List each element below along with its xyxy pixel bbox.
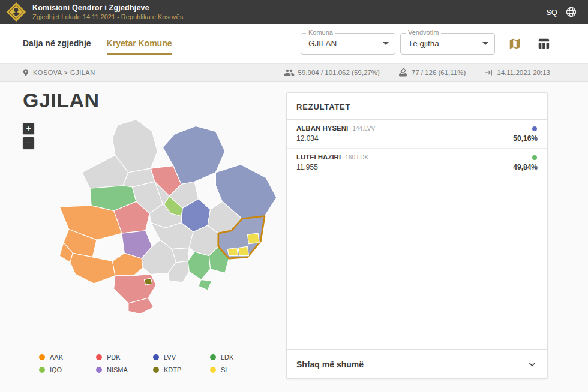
map-region-r33[interactable] bbox=[247, 233, 259, 244]
results-empty-space bbox=[287, 177, 547, 349]
dropdown-caret-icon bbox=[482, 42, 488, 45]
updated-stat: 14.11.2021 20:13 bbox=[484, 68, 550, 77]
candidate-result: 49,84% bbox=[513, 153, 538, 171]
app-header: Komisioni Qendror i Zgjedhjeve Zgjedhjet… bbox=[0, 0, 588, 24]
results-title: REZULTATET bbox=[287, 93, 547, 120]
page-title: GJILAN bbox=[23, 89, 286, 112]
zoom-controls: + − bbox=[23, 123, 34, 149]
tabs: Dalja në zgjedhje Kryetar Komune bbox=[23, 32, 172, 55]
candidate-color-dot bbox=[532, 155, 537, 160]
legend-label: KDTP bbox=[164, 366, 181, 373]
legend-item-ldk: LDK bbox=[210, 354, 267, 361]
map-column: GJILAN + − AAKPDKLVVLDKIQONISMAKDTPSL bbox=[23, 88, 286, 373]
legend-label: AAK bbox=[50, 354, 63, 361]
candidate-percent: 49,84% bbox=[513, 163, 538, 171]
kosovo-map[interactable] bbox=[52, 117, 310, 315]
turnout-stat: 59.904 / 101.062 (59,27%) bbox=[284, 67, 380, 78]
header-right: SQ bbox=[546, 6, 577, 18]
info-bar: KOSOVA > GJILAN 59.904 / 101.062 (59,27%… bbox=[0, 64, 588, 82]
map-region-r34[interactable] bbox=[238, 246, 249, 255]
location-pin-icon bbox=[22, 68, 30, 77]
legend-item-kdtp: KDTP bbox=[153, 366, 210, 373]
show-more-button[interactable]: Shfaq më shumë bbox=[287, 349, 547, 378]
voters-icon bbox=[284, 67, 295, 78]
komuna-select-value: GJILAN bbox=[308, 39, 337, 48]
last-update-icon bbox=[484, 68, 493, 77]
legend-dot-sl bbox=[210, 367, 216, 373]
map-legend: AAKPDKLVVLDKIQONISMAKDTPSL bbox=[39, 354, 286, 373]
app-title: Komisioni Qendror i Zgjedhjeve bbox=[32, 3, 183, 13]
language-label[interactable]: SQ bbox=[546, 8, 557, 17]
vendvotim-select-label: Vendvotim bbox=[406, 29, 441, 36]
candidate-result: 50,16% bbox=[513, 125, 538, 143]
legend-item-sl: SL bbox=[210, 366, 267, 373]
header-titles: Komisioni Qendror i Zgjedhjeve Zgjedhjet… bbox=[32, 3, 183, 22]
info-stats: 59.904 / 101.062 (59,27%) 77 / 126 (61,1… bbox=[284, 67, 550, 78]
legend-dot-aak bbox=[39, 354, 45, 360]
candidate-party: 144.LVV bbox=[352, 125, 375, 132]
globe-icon[interactable] bbox=[565, 6, 577, 18]
map-region-r35[interactable] bbox=[227, 248, 238, 255]
map-area: + − bbox=[23, 117, 286, 315]
table-view-icon[interactable] bbox=[537, 37, 550, 50]
legend-item-nisma: NISMA bbox=[96, 366, 153, 373]
legend-label: PDK bbox=[107, 354, 121, 361]
legend-dot-nisma bbox=[96, 367, 102, 373]
dropdown-caret-icon bbox=[383, 42, 389, 45]
zoom-in-button[interactable]: + bbox=[23, 123, 34, 134]
legend-dot-iqo bbox=[39, 367, 45, 373]
breadcrumb: KOSOVA > GJILAN bbox=[22, 68, 95, 77]
map-region-r26[interactable] bbox=[144, 278, 152, 285]
legend-dot-ldk bbox=[210, 354, 216, 360]
show-more-label: Shfaq më shumë bbox=[296, 360, 364, 369]
map-region-r29[interactable] bbox=[188, 252, 210, 279]
candidate-percent: 50,16% bbox=[513, 134, 538, 143]
map-view-icon[interactable] bbox=[508, 37, 521, 50]
candidate-row[interactable]: LUTFI HAZIRI 160.LDK 11.955 49,84% bbox=[287, 149, 547, 177]
legend-label: IQO bbox=[50, 366, 62, 373]
kqz-logo bbox=[6, 2, 26, 22]
candidate-color-dot bbox=[532, 126, 537, 131]
legend-label: LDK bbox=[221, 354, 233, 361]
legend-label: SL bbox=[221, 366, 229, 373]
komuna-select-label: Komuna bbox=[306, 29, 335, 36]
counted-value: 77 / 126 (61,11%) bbox=[412, 69, 466, 76]
legend-dot-kdtp bbox=[153, 367, 159, 373]
legend-item-iqo: IQO bbox=[39, 366, 96, 373]
candidate-row[interactable]: ALBAN HYSENI 144.LVV 12.034 50,16% bbox=[287, 120, 547, 149]
legend-dot-pdk bbox=[96, 354, 102, 360]
map-region-r30[interactable] bbox=[199, 279, 212, 290]
legend-label: NISMA bbox=[107, 366, 128, 373]
main-content: GJILAN + − AAKPDKLVVLDKIQONISMAKDTPSL RE… bbox=[0, 82, 588, 379]
legend-label: LVV bbox=[164, 354, 176, 361]
candidate-party: 160.LDK bbox=[345, 154, 368, 161]
counted-stat: 77 / 126 (61,11%) bbox=[398, 67, 466, 77]
komuna-select[interactable]: Komuna GJILAN bbox=[301, 33, 395, 55]
legend-item-lvv: LVV bbox=[153, 354, 210, 361]
zoom-out-button[interactable]: − bbox=[23, 137, 34, 149]
ballot-box-icon bbox=[398, 67, 408, 77]
turnout-value: 59.904 / 101.062 (59,27%) bbox=[298, 69, 380, 76]
tab-kryetar-komune[interactable]: Kryetar Komune bbox=[107, 32, 172, 55]
legend-dot-lvv bbox=[153, 354, 159, 360]
vendvotim-select[interactable]: Vendvotim Të gjitha bbox=[400, 33, 495, 55]
results-card: REZULTATET ALBAN HYSENI 144.LVV 12.034 5… bbox=[286, 92, 548, 379]
legend-item-aak: AAK bbox=[39, 354, 96, 361]
breadcrumb-text: KOSOVA > GJILAN bbox=[33, 69, 95, 76]
toolbar: Dalja në zgjedhje Kryetar Komune Komuna … bbox=[0, 24, 588, 64]
app-subtitle: Zgjedhjet Lokale 14.11.2021 - Republika … bbox=[32, 13, 183, 21]
legend-item-pdk: PDK bbox=[96, 354, 153, 361]
map-region-r14[interactable] bbox=[70, 253, 115, 284]
tab-dalja-ne-zgjedhje[interactable]: Dalja në zgjedhje bbox=[23, 32, 91, 55]
vendvotim-select-value: Të gjitha bbox=[408, 39, 439, 48]
view-toggle-icons bbox=[508, 37, 550, 50]
chevron-down-icon bbox=[527, 359, 538, 370]
updated-value: 14.11.2021 20:13 bbox=[497, 69, 550, 76]
filters: Komuna GJILAN Vendvotim Të gjitha bbox=[296, 33, 550, 55]
